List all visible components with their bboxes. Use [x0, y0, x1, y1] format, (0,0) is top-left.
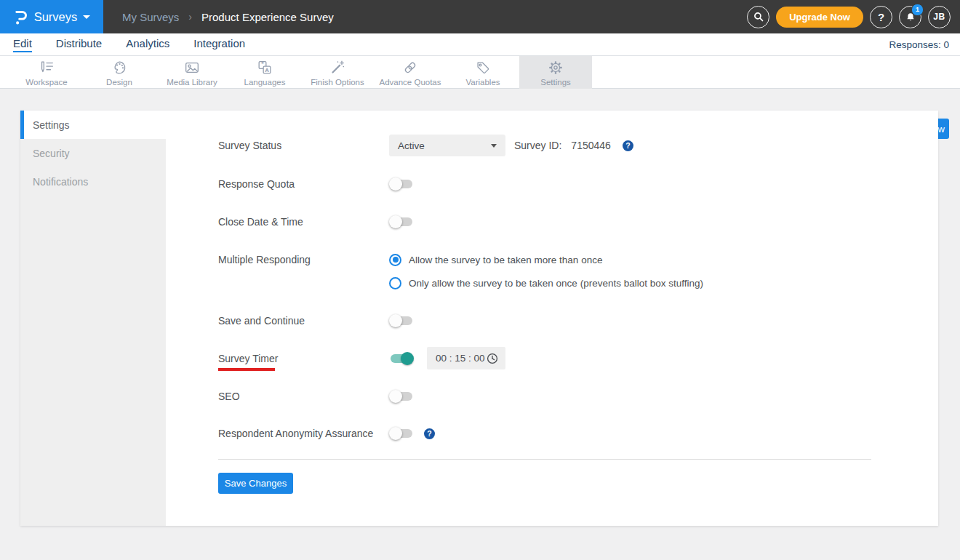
save-and-continue-label: Save and Continue	[218, 315, 389, 327]
survey-timer-label: Survey Timer	[218, 353, 389, 364]
advance-quotas-icon	[401, 59, 419, 76]
survey-status-label: Survey Status	[218, 140, 389, 151]
product-name: Surveys	[34, 10, 78, 24]
notifications-button[interactable]: 1	[899, 6, 921, 28]
settings-icon	[547, 59, 564, 76]
help-button[interactable]: ?	[870, 6, 892, 28]
notification-count-badge: 1	[911, 4, 924, 16]
tab-analytics[interactable]: Analytics	[126, 37, 169, 52]
toolbar-item-workspace[interactable]: Workspace	[10, 56, 83, 89]
toolbar-item-media-library[interactable]: Media Library	[156, 56, 228, 89]
survey-id-value: 7150446	[571, 140, 611, 151]
edit-toolbar: Workspace Design	[0, 56, 960, 89]
questionpro-logo-icon	[13, 8, 28, 26]
sidebar-item-security[interactable]: Security	[20, 139, 166, 167]
chevron-down-icon	[83, 15, 90, 19]
svg-text:A: A	[265, 67, 269, 73]
finish-options-icon	[329, 59, 346, 76]
close-date-toggle[interactable]	[389, 215, 414, 229]
top-header: Surveys My Surveys › Product Experience …	[0, 0, 960, 33]
seo-label: SEO	[218, 391, 389, 402]
settings-card: Settings Security Notifications Survey S…	[20, 111, 938, 526]
toolbar-item-design[interactable]: Design	[83, 56, 156, 89]
header-actions: Upgrade Now ? 1 JB	[747, 0, 951, 33]
survey-status-select[interactable]: Active	[389, 135, 505, 156]
breadcrumb-my-surveys[interactable]: My Surveys	[122, 11, 179, 23]
response-quota-row: Response Quota	[218, 177, 414, 191]
close-date-label: Close Date & Time	[218, 216, 389, 228]
survey-timer-row: Survey Timer 00 : 15 : 00	[218, 347, 505, 369]
toolbar-item-variables[interactable]: Variables	[447, 56, 519, 89]
close-date-row: Close Date & Time	[218, 215, 414, 229]
survey-timer-annotation-underline	[218, 368, 275, 371]
search-button[interactable]	[747, 6, 769, 28]
survey-status-value: Active	[398, 140, 425, 151]
chevron-down-icon	[491, 144, 497, 148]
save-and-continue-row: Save and Continue	[218, 313, 414, 328]
toolbar-item-languages[interactable]: * A Languages	[228, 56, 301, 89]
toolbar-item-advance-quotas[interactable]: Advance Quotas	[374, 56, 447, 89]
breadcrumb-survey-title: Product Experience Survey	[201, 11, 334, 23]
anonymity-label: Respondent Anonymity Assurance	[218, 428, 389, 439]
breadcrumb-separator: ›	[188, 11, 192, 23]
radio-allow-multiple[interactable]	[389, 254, 401, 266]
multiple-responding-row: Multiple Responding Allow the survey to …	[218, 252, 602, 267]
toolbar-item-settings[interactable]: Settings	[519, 56, 592, 89]
radio-only-once-label: Only allow the survey to be taken once (…	[409, 278, 703, 289]
save-and-continue-toggle[interactable]	[389, 313, 414, 328]
breadcrumb: My Surveys › Product Experience Survey	[122, 0, 334, 33]
radio-only-once[interactable]	[389, 277, 401, 289]
anonymity-row: Respondent Anonymity Assurance ?	[218, 426, 435, 441]
multiple-responding-label: Multiple Responding	[218, 254, 389, 265]
survey-status-row: Survey Status Active Survey ID: 7150446 …	[218, 135, 633, 156]
content-divider	[218, 459, 871, 460]
response-quota-toggle[interactable]	[389, 177, 414, 191]
survey-timer-duration-value: 00 : 15 : 00	[436, 353, 485, 364]
product-switcher[interactable]: Surveys	[0, 0, 103, 33]
settings-content: Survey Status Active Survey ID: 7150446 …	[166, 111, 938, 526]
languages-icon: * A	[256, 59, 273, 76]
response-quota-label: Response Quota	[218, 178, 389, 190]
toolbar-item-finish-options[interactable]: Finish Options	[301, 56, 374, 89]
anonymity-help-icon[interactable]: ?	[424, 428, 435, 439]
upgrade-button[interactable]: Upgrade Now	[776, 7, 863, 28]
save-changes-button[interactable]: Save Changes	[218, 473, 293, 494]
sidebar-item-settings[interactable]: Settings	[20, 111, 166, 139]
clock-icon	[487, 353, 498, 364]
tab-edit[interactable]: Edit	[13, 37, 32, 52]
radio-allow-multiple-label: Allow the survey to be taken more than o…	[409, 255, 602, 265]
questionpro-settings-page: Surveys My Surveys › Product Experience …	[0, 0, 960, 560]
design-icon	[111, 59, 128, 76]
primary-tabs: Edit Distribute Analytics Integration Re…	[0, 33, 960, 56]
tab-distribute[interactable]: Distribute	[56, 37, 102, 52]
variables-icon	[474, 59, 492, 76]
workspace-icon	[38, 59, 55, 76]
sidebar-item-notifications[interactable]: Notifications	[20, 167, 166, 196]
tab-integration[interactable]: Integration	[193, 37, 245, 52]
search-icon	[753, 11, 764, 23]
survey-id-label: Survey ID:	[514, 140, 561, 151]
responses-count: Responses: 0	[889, 39, 960, 50]
media-library-icon	[183, 59, 201, 76]
settings-sidebar: Settings Security Notifications	[20, 111, 166, 526]
multiple-responding-option2-row: Only allow the survey to be taken once (…	[218, 276, 703, 290]
avatar[interactable]: JB	[928, 6, 951, 28]
seo-row: SEO	[218, 389, 414, 404]
seo-toggle[interactable]	[389, 389, 414, 404]
survey-id-help-icon[interactable]: ?	[623, 140, 633, 151]
question-mark-icon: ?	[878, 11, 884, 23]
survey-timer-toggle[interactable]	[389, 351, 414, 366]
survey-timer-duration-field[interactable]: 00 : 15 : 00	[427, 347, 505, 369]
anonymity-toggle[interactable]	[389, 426, 414, 441]
